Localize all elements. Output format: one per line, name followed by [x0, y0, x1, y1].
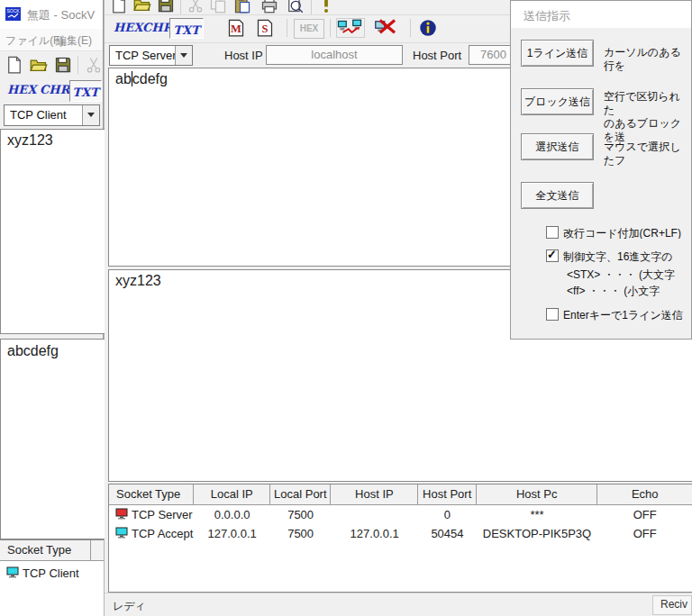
menu-bar: ファイル(F) 編集(E)	[0, 29, 103, 50]
row-socket-type: TCP Server	[132, 508, 193, 521]
control-char-checkbox-row: 制御文字、16進文字の	[546, 249, 691, 262]
crlf-checkbox[interactable]	[546, 226, 559, 239]
client-toolbar	[0, 50, 103, 80]
send-text-left: ab	[115, 71, 132, 86]
col-local-ip[interactable]: Local IP	[194, 485, 270, 504]
accept-monitor-icon	[115, 527, 128, 541]
client-mode-tabs: HEX CHR TXT	[0, 79, 103, 103]
combo-arrow-icon[interactable]	[175, 46, 192, 65]
app-icon: SOCK	[5, 7, 21, 21]
server-monitor-icon	[115, 508, 128, 522]
hex-send-button: HEX	[294, 19, 324, 39]
client-connection-row: TCP Client	[0, 103, 103, 129]
menu-edit[interactable]: 編集(E)	[56, 33, 92, 49]
socket-type-combo[interactable]: TCP Client	[4, 104, 100, 126]
open-file-icon[interactable]	[133, 0, 151, 14]
row-local-port: 7500	[270, 527, 331, 540]
new-file-icon[interactable]	[5, 56, 23, 74]
crlf-checkbox-label: 改行コード付加(CR+LF)	[563, 226, 681, 239]
tab-hex[interactable]: HEX	[114, 21, 142, 34]
tab-chr[interactable]: CHR	[40, 83, 69, 96]
info-icon[interactable]	[419, 19, 437, 37]
receive-text: xyz123	[115, 273, 161, 289]
copy-icon	[209, 0, 227, 14]
send-text-right: cdefg	[132, 71, 168, 86]
new-file-icon[interactable]	[110, 0, 128, 14]
row-host-ip: 127.0.0.1	[331, 527, 418, 540]
row-socket-type: TCP Client	[23, 566, 79, 580]
send-dialog: 送信指示 1ライン送信 カーソルのある行を ブロック送信 空行で区切られた のあ…	[510, 0, 692, 340]
socket-table: Socket Type Local IP Local Port Host IP …	[108, 484, 692, 593]
client-receive-edit-area[interactable]: abcdefg	[0, 339, 105, 539]
save-file-icon[interactable]	[54, 56, 72, 74]
col-socket-type[interactable]: Socket Type	[0, 540, 91, 560]
enter-key-checkbox[interactable]	[546, 308, 559, 321]
client-send-edit-area[interactable]: xyz123	[0, 129, 105, 334]
socket-type-value: TCP Server	[115, 49, 177, 62]
svg-text:S: S	[262, 23, 269, 35]
menu-file[interactable]: ファイル(F)	[5, 33, 63, 49]
control-char-checkbox[interactable]	[546, 249, 559, 262]
row-local-port: 7500	[270, 508, 331, 521]
col-host-pc[interactable]: Host Pc	[477, 485, 597, 504]
host-ip-field[interactable]: localhost	[266, 45, 403, 65]
send-block-button[interactable]: ブロック送信	[521, 88, 594, 115]
row-host-pc: DESKTOP-PIK5P3Q	[477, 527, 597, 540]
col-socket-type[interactable]: Socket Type	[109, 485, 194, 504]
client-window: SOCK 無題 - SockV ファイル(F) 編集(E) HEX CHR TX…	[0, 0, 104, 616]
open-file-icon[interactable]	[30, 56, 48, 74]
tab-txt[interactable]: TXT	[72, 86, 98, 99]
send-block-desc: 空行で区切られた のあるブロックを送	[604, 90, 691, 144]
m-doc-icon[interactable]: M	[227, 19, 245, 37]
print-icon[interactable]	[260, 0, 278, 14]
about-icon[interactable]	[317, 0, 335, 14]
crlf-checkbox-row: 改行コード付加(CR+LF)	[546, 226, 691, 239]
svg-text:SOCK: SOCK	[6, 8, 20, 14]
host-ip-label: Host IP	[224, 49, 263, 62]
row-host-port: 50454	[418, 527, 477, 540]
table-row[interactable]: TCP Server 0.0.0.0 7500 0 *** OFF	[109, 505, 692, 524]
print-preview-icon[interactable]	[286, 0, 304, 14]
combo-arrow-icon[interactable]	[82, 105, 99, 125]
row-echo: OFF	[597, 508, 692, 521]
tab-txt[interactable]: TXT	[173, 23, 199, 37]
send-selection-desc: マウスで選択したフ	[604, 140, 691, 168]
table-row[interactable]: TCP Accept 127.0.0.1 7500 127.0.0.1 5045…	[109, 524, 692, 543]
connect-icon[interactable]	[336, 18, 365, 38]
dialog-title: 送信指示	[524, 8, 570, 24]
paste-icon[interactable]	[233, 0, 251, 14]
tab-hex[interactable]: HEX	[7, 83, 36, 96]
client-send-text: xyz123	[7, 132, 53, 149]
s-doc-icon[interactable]: S	[256, 19, 274, 37]
col-host-ip[interactable]: Host IP	[331, 485, 418, 504]
send-one-line-button[interactable]: 1ライン送信	[521, 40, 594, 67]
dialog-title-bar[interactable]: 送信指示	[511, 1, 691, 28]
ff-hint: <ff> ・・・ (小文字	[567, 284, 691, 299]
cut-icon	[187, 0, 205, 14]
save-file-icon[interactable]	[157, 0, 175, 14]
client-receive-text: abcdefg	[7, 343, 59, 359]
socket-type-combo[interactable]: TCP Server	[109, 45, 193, 66]
col-echo[interactable]: Echo	[597, 485, 692, 504]
socket-table-header: Socket Type Local IP Local Port Host IP …	[109, 485, 692, 505]
row-echo: OFF	[597, 527, 692, 540]
status-receive-panel: Reciv	[652, 595, 692, 615]
col-local-port[interactable]: Local Port	[270, 485, 331, 504]
control-char-checkbox-label: 制御文字、16進文字の	[563, 249, 673, 262]
window-title: 無題 - SockV	[27, 7, 95, 23]
send-all-button[interactable]: 全文送信	[521, 182, 594, 209]
client-monitor-icon	[6, 566, 19, 581]
table-row[interactable]: TCP Client	[0, 564, 104, 583]
row-host-pc: ***	[477, 508, 597, 521]
status-text: レディ	[113, 599, 146, 614]
enter-key-checkbox-label: Enterキーで1ライン送信	[563, 308, 683, 321]
stx-hint: <STX> ・・・ (大文字	[567, 267, 691, 283]
tab-chr[interactable]: CHR	[142, 21, 172, 34]
status-bar: レディ Reciv	[105, 593, 692, 616]
client-socket-table: Socket Type TCP Client	[0, 539, 104, 616]
title-bar[interactable]: SOCK 無題 - SockV	[0, 0, 103, 29]
col-host-port[interactable]: Host Port	[418, 485, 477, 504]
disconnect-icon[interactable]	[372, 18, 403, 36]
host-port-label: Host Port	[413, 49, 461, 62]
send-selection-button[interactable]: 選択送信	[521, 133, 594, 160]
